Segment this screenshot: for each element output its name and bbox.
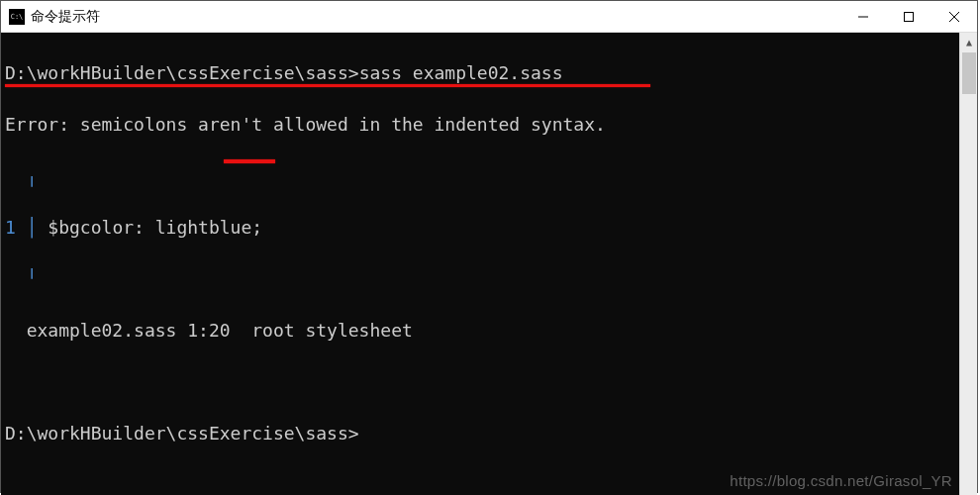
scrollbar-up-arrow-icon[interactable]: ▲ <box>960 33 978 50</box>
window-title: 命令提示符 <box>31 8 100 26</box>
minimize-button[interactable] <box>840 1 886 33</box>
output-line-error: Error: semicolons aren't allowed in the … <box>5 112 955 138</box>
watermark-text: https://blog.csdn.net/Girasol_YR <box>730 472 952 489</box>
annotation-underline <box>224 159 275 163</box>
cmd-icon <box>9 9 25 25</box>
line-number: 1 <box>5 217 16 238</box>
terminal-window: 命令提示符 D:\workHBuilder\cssExercise\sass>s… <box>0 0 978 493</box>
output-line-gutter: ╵ <box>5 266 955 292</box>
window-controls <box>840 1 977 32</box>
terminal-output[interactable]: D:\workHBuilder\cssExercise\sass>sass ex… <box>1 33 959 495</box>
command-text: sass example02.sass <box>359 62 563 83</box>
vertical-scrollbar[interactable]: ▲ ▼ <box>959 33 977 495</box>
close-button[interactable] <box>931 1 977 33</box>
error-message: semicolons aren't allowed in the indente… <box>80 114 606 135</box>
output-line: D:\workHBuilder\cssExercise\sass>sass ex… <box>5 60 955 86</box>
svg-rect-1 <box>905 13 914 22</box>
scrollbar-thumb[interactable] <box>962 52 976 94</box>
code-snippet: $bgcolor: lightblue; <box>48 217 262 238</box>
output-line-prompt: D:\workHBuilder\cssExercise\sass> <box>5 421 955 446</box>
terminal-container: D:\workHBuilder\cssExercise\sass>sass ex… <box>1 33 977 495</box>
output-line-location: example02.sass 1:20 root stylesheet <box>5 318 955 344</box>
output-line-gutter: ╷ <box>5 163 955 189</box>
error-prefix: Error: <box>5 114 80 135</box>
annotation-underline <box>5 84 650 87</box>
maximize-button[interactable] <box>886 1 931 33</box>
output-line-code: 1 │ $bgcolor: lightblue; <box>5 215 955 241</box>
output-line-blank <box>5 369 955 395</box>
prompt: D:\workHBuilder\cssExercise\sass> <box>5 62 359 83</box>
gutter-pipe: │ <box>16 217 49 238</box>
titlebar[interactable]: 命令提示符 <box>1 1 977 33</box>
